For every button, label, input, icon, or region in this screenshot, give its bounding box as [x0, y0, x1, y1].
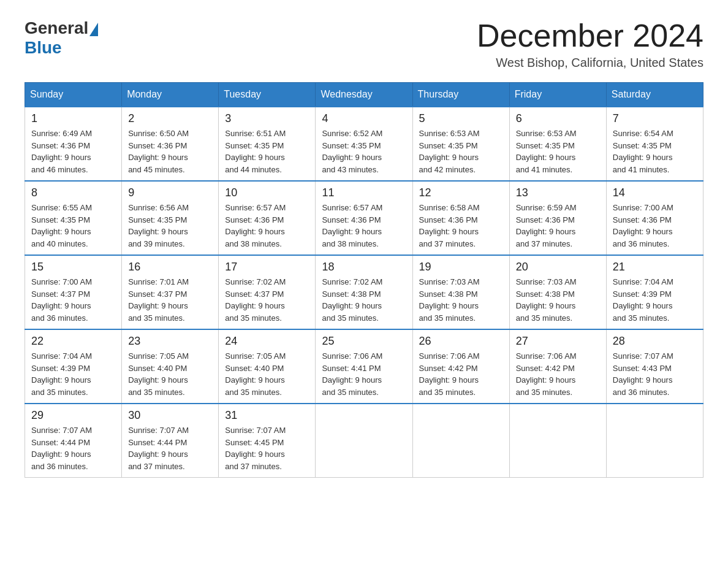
day-info: Sunrise: 6:50 AMSunset: 4:36 PMDaylight:…	[128, 128, 212, 175]
day-number: 23	[128, 335, 212, 348]
calendar-cell: 13 Sunrise: 6:59 AMSunset: 4:36 PMDaylig…	[509, 181, 606, 255]
calendar-cell	[412, 404, 509, 478]
calendar-cell: 9 Sunrise: 6:56 AMSunset: 4:35 PMDayligh…	[122, 181, 219, 255]
week-row-5: 29 Sunrise: 7:07 AMSunset: 4:44 PMDaylig…	[25, 404, 703, 478]
day-number: 4	[322, 112, 406, 125]
day-number: 8	[31, 186, 115, 199]
title-area: December 2024 West Bishop, California, U…	[477, 18, 703, 70]
day-info: Sunrise: 6:49 AMSunset: 4:36 PMDaylight:…	[31, 128, 115, 175]
calendar-cell: 22 Sunrise: 7:04 AMSunset: 4:39 PMDaylig…	[25, 329, 122, 404]
day-number: 22	[31, 335, 115, 348]
day-info: Sunrise: 7:02 AMSunset: 4:37 PMDaylight:…	[225, 276, 309, 324]
calendar-cell: 24 Sunrise: 7:05 AMSunset: 4:40 PMDaylig…	[219, 329, 316, 404]
calendar-cell: 25 Sunrise: 7:06 AMSunset: 4:41 PMDaylig…	[316, 329, 412, 404]
weekday-header-friday: Friday	[509, 83, 606, 107]
day-info: Sunrise: 6:57 AMSunset: 4:36 PMDaylight:…	[322, 202, 406, 250]
calendar-cell: 28 Sunrise: 7:07 AMSunset: 4:43 PMDaylig…	[606, 329, 703, 404]
calendar-cell: 14 Sunrise: 7:00 AMSunset: 4:36 PMDaylig…	[606, 181, 703, 255]
calendar-cell	[606, 404, 703, 478]
day-number: 1	[31, 112, 115, 125]
day-number: 16	[128, 261, 212, 274]
calendar-cell: 27 Sunrise: 7:06 AMSunset: 4:42 PMDaylig…	[509, 329, 606, 404]
week-row-3: 15 Sunrise: 7:00 AMSunset: 4:37 PMDaylig…	[25, 255, 703, 329]
week-row-4: 22 Sunrise: 7:04 AMSunset: 4:39 PMDaylig…	[25, 329, 703, 404]
day-number: 17	[225, 261, 309, 274]
weekday-header-thursday: Thursday	[412, 83, 509, 107]
day-number: 10	[225, 186, 309, 199]
calendar-cell: 26 Sunrise: 7:06 AMSunset: 4:42 PMDaylig…	[412, 329, 509, 404]
day-number: 15	[31, 261, 115, 274]
day-info: Sunrise: 7:01 AMSunset: 4:37 PMDaylight:…	[128, 276, 212, 324]
calendar-cell: 11 Sunrise: 6:57 AMSunset: 4:36 PMDaylig…	[316, 181, 412, 255]
logo-blue-text: Blue	[25, 38, 62, 58]
logo: General Blue	[25, 18, 98, 58]
calendar-cell: 29 Sunrise: 7:07 AMSunset: 4:44 PMDaylig…	[25, 404, 122, 478]
weekday-header-sunday: Sunday	[25, 83, 122, 107]
day-number: 3	[225, 112, 309, 125]
day-number: 25	[322, 335, 406, 348]
weekday-header-tuesday: Tuesday	[219, 83, 316, 107]
day-info: Sunrise: 6:55 AMSunset: 4:35 PMDaylight:…	[31, 202, 115, 250]
logo-general-text: General	[25, 18, 88, 38]
page-header: General Blue December 2024 West Bishop, …	[25, 18, 703, 70]
calendar-cell: 21 Sunrise: 7:04 AMSunset: 4:39 PMDaylig…	[606, 255, 703, 329]
day-number: 31	[225, 409, 309, 422]
day-info: Sunrise: 7:07 AMSunset: 4:44 PMDaylight:…	[128, 424, 212, 472]
day-info: Sunrise: 7:05 AMSunset: 4:40 PMDaylight:…	[128, 350, 212, 398]
day-info: Sunrise: 7:07 AMSunset: 4:45 PMDaylight:…	[225, 424, 309, 472]
day-number: 18	[322, 261, 406, 274]
day-number: 11	[322, 186, 406, 199]
day-info: Sunrise: 7:00 AMSunset: 4:36 PMDaylight:…	[613, 202, 697, 250]
day-info: Sunrise: 7:04 AMSunset: 4:39 PMDaylight:…	[31, 350, 115, 398]
day-info: Sunrise: 7:00 AMSunset: 4:37 PMDaylight:…	[31, 276, 115, 324]
calendar-cell: 17 Sunrise: 7:02 AMSunset: 4:37 PMDaylig…	[219, 255, 316, 329]
day-info: Sunrise: 6:56 AMSunset: 4:35 PMDaylight:…	[128, 202, 212, 250]
day-number: 13	[516, 186, 600, 199]
day-number: 30	[128, 409, 212, 422]
calendar-cell: 10 Sunrise: 6:57 AMSunset: 4:36 PMDaylig…	[219, 181, 316, 255]
weekday-header-wednesday: Wednesday	[316, 83, 412, 107]
month-title: December 2024	[477, 18, 703, 53]
calendar-cell	[509, 404, 606, 478]
day-number: 9	[128, 186, 212, 199]
day-info: Sunrise: 6:58 AMSunset: 4:36 PMDaylight:…	[419, 202, 503, 250]
calendar-cell: 2 Sunrise: 6:50 AMSunset: 4:36 PMDayligh…	[122, 107, 219, 181]
day-info: Sunrise: 6:57 AMSunset: 4:36 PMDaylight:…	[225, 202, 309, 250]
calendar-cell: 8 Sunrise: 6:55 AMSunset: 4:35 PMDayligh…	[25, 181, 122, 255]
calendar-cell: 12 Sunrise: 6:58 AMSunset: 4:36 PMDaylig…	[412, 181, 509, 255]
day-info: Sunrise: 7:04 AMSunset: 4:39 PMDaylight:…	[613, 276, 697, 324]
day-info: Sunrise: 7:06 AMSunset: 4:42 PMDaylight:…	[419, 350, 503, 398]
day-info: Sunrise: 7:07 AMSunset: 4:43 PMDaylight:…	[613, 350, 697, 398]
day-info: Sunrise: 6:52 AMSunset: 4:35 PMDaylight:…	[322, 128, 406, 175]
logo-triangle-icon	[89, 23, 98, 36]
day-info: Sunrise: 7:05 AMSunset: 4:40 PMDaylight:…	[225, 350, 309, 398]
calendar-table: SundayMondayTuesdayWednesdayThursdayFrid…	[25, 82, 703, 478]
calendar-cell: 4 Sunrise: 6:52 AMSunset: 4:35 PMDayligh…	[316, 107, 412, 181]
day-number: 24	[225, 335, 309, 348]
day-number: 20	[516, 261, 600, 274]
calendar-cell: 15 Sunrise: 7:00 AMSunset: 4:37 PMDaylig…	[25, 255, 122, 329]
weekday-header-monday: Monday	[122, 83, 219, 107]
calendar-cell: 20 Sunrise: 7:03 AMSunset: 4:38 PMDaylig…	[509, 255, 606, 329]
day-number: 14	[613, 186, 697, 199]
weekday-header-saturday: Saturday	[606, 83, 703, 107]
day-info: Sunrise: 7:03 AMSunset: 4:38 PMDaylight:…	[419, 276, 503, 324]
day-info: Sunrise: 7:02 AMSunset: 4:38 PMDaylight:…	[322, 276, 406, 324]
day-info: Sunrise: 6:54 AMSunset: 4:35 PMDaylight:…	[613, 128, 697, 175]
day-number: 21	[613, 261, 697, 274]
calendar-cell: 16 Sunrise: 7:01 AMSunset: 4:37 PMDaylig…	[122, 255, 219, 329]
week-row-1: 1 Sunrise: 6:49 AMSunset: 4:36 PMDayligh…	[25, 107, 703, 181]
day-info: Sunrise: 7:06 AMSunset: 4:41 PMDaylight:…	[322, 350, 406, 398]
calendar-cell: 1 Sunrise: 6:49 AMSunset: 4:36 PMDayligh…	[25, 107, 122, 181]
day-number: 6	[516, 112, 600, 125]
day-info: Sunrise: 6:59 AMSunset: 4:36 PMDaylight:…	[516, 202, 600, 250]
day-number: 26	[419, 335, 503, 348]
week-row-2: 8 Sunrise: 6:55 AMSunset: 4:35 PMDayligh…	[25, 181, 703, 255]
day-info: Sunrise: 6:53 AMSunset: 4:35 PMDaylight:…	[419, 128, 503, 175]
calendar-cell: 31 Sunrise: 7:07 AMSunset: 4:45 PMDaylig…	[219, 404, 316, 478]
calendar-cell: 18 Sunrise: 7:02 AMSunset: 4:38 PMDaylig…	[316, 255, 412, 329]
day-number: 12	[419, 186, 503, 199]
calendar-cell	[316, 404, 412, 478]
day-info: Sunrise: 7:03 AMSunset: 4:38 PMDaylight:…	[516, 276, 600, 324]
day-number: 29	[31, 409, 115, 422]
